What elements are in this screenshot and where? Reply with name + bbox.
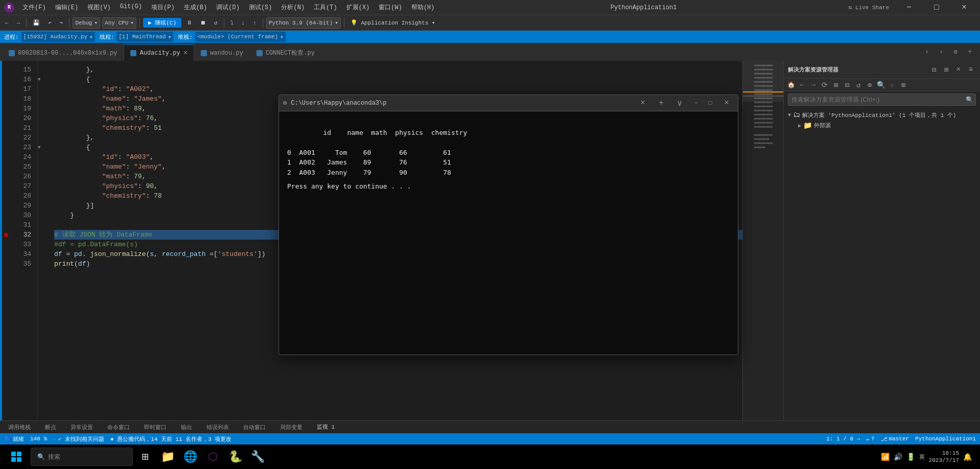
tab-breakpoints[interactable]: 断点: [41, 421, 60, 434]
terminal-close-btn[interactable]: ×: [636, 97, 650, 109]
tab-watch1[interactable]: 监视 1: [313, 421, 339, 434]
tab-settings[interactable]: ⚙: [949, 46, 962, 58]
ca-23[interactable]: ▼: [38, 143, 46, 152]
expand-icon[interactable]: ⊞: [831, 80, 841, 90]
tab-callstack[interactable]: 调用堆栈: [4, 421, 35, 434]
volume-icon[interactable]: 🔊: [894, 453, 902, 461]
menu-tools[interactable]: 工具(T): [310, 2, 341, 13]
terminal-add-btn[interactable]: +: [654, 97, 668, 109]
step-over[interactable]: ⤵: [227, 18, 237, 27]
tab-scroll-right[interactable]: ›: [935, 46, 947, 58]
back-icon[interactable]: ←: [797, 80, 807, 90]
rp-forward-icon[interactable]: →: [808, 80, 819, 90]
tab-0[interactable]: 00020813-00....046x0x1x9.py: [2, 44, 124, 61]
tab-autos[interactable]: 自动窗口: [239, 421, 270, 434]
collapse-all-icon[interactable]: ⊟: [842, 80, 852, 90]
menu-view[interactable]: 视图(V): [83, 2, 115, 13]
terminal-menu-btn[interactable]: ∨: [672, 97, 687, 109]
properties-icon[interactable]: ⊞: [898, 80, 908, 90]
sync-icon[interactable]: ⟳: [820, 80, 830, 90]
step-out[interactable]: ↑: [250, 19, 260, 27]
tab-label-connect: CONNECT检查.py: [266, 49, 315, 57]
py-icon-audacity: [130, 50, 136, 56]
status-zoom[interactable]: 140 %: [30, 436, 47, 442]
refresh-icon[interactable]: ↺: [853, 80, 864, 90]
tab-locals[interactable]: 局部变量: [276, 421, 307, 434]
panel-settings-icon[interactable]: ≡: [966, 64, 976, 75]
menu-edit[interactable]: 编辑(E): [51, 2, 83, 13]
debug-config-dropdown[interactable]: Debug▾: [73, 17, 100, 29]
stack-dropdown[interactable]: <module> (Current frame)▾: [195, 31, 286, 42]
home-icon[interactable]: 🏠: [786, 80, 796, 90]
toolbar-undo[interactable]: ↶: [45, 18, 55, 27]
toolbar-forward[interactable]: →: [14, 19, 24, 27]
tab-output[interactable]: 输出: [177, 421, 196, 434]
tree-label-external: 外部源: [814, 122, 831, 129]
menu-build[interactable]: 生成(B): [180, 2, 212, 13]
ca-16[interactable]: ▼: [38, 75, 46, 84]
menu-debug[interactable]: 调试(D): [212, 2, 244, 13]
taskbar-files[interactable]: ⊞: [135, 444, 155, 469]
run-continue-button[interactable]: ▶ 继续(C): [143, 18, 181, 28]
pin-icon[interactable]: ⊟: [929, 64, 939, 75]
new-vertical-tab[interactable]: +: [964, 46, 976, 58]
menu-extensions[interactable]: 扩展(X): [342, 2, 374, 13]
tab-command[interactable]: 命令窗口: [103, 421, 134, 434]
cpu-config-dropdown[interactable]: Any CPU▾: [102, 17, 136, 29]
step-into[interactable]: ↓: [239, 19, 248, 27]
tab-immediate[interactable]: 即时窗口: [140, 421, 171, 434]
new-item-icon[interactable]: ⊕: [865, 80, 875, 90]
minimize-button[interactable]: −: [897, 0, 921, 15]
tab-close-audacity[interactable]: ×: [183, 50, 188, 57]
python-version-dropdown[interactable]: Python 3.9 (64-bit)▾: [266, 17, 341, 29]
star-icon[interactable]: ☆: [887, 80, 897, 90]
process-dropdown[interactable]: [15932] Audacity.py▾: [21, 31, 96, 42]
live-share-btn[interactable]: ⇆ Live Share: [849, 4, 889, 11]
tab-audacity[interactable]: Audacity.py ×: [124, 44, 194, 61]
solution-search-input[interactable]: [788, 96, 963, 103]
collapse-icon[interactable]: ⊞: [941, 64, 951, 75]
menu-file[interactable]: 文件(F): [18, 2, 50, 13]
tree-external-sources[interactable]: ▶ 📁 外部源: [784, 120, 980, 131]
tab-exceptions[interactable]: 异常设置: [66, 421, 97, 434]
notifications-icon[interactable]: 🔔: [963, 453, 972, 461]
taskbar-vs[interactable]: ⬡: [202, 444, 223, 469]
menu-help[interactable]: 帮助(H): [407, 2, 439, 13]
menu-window[interactable]: 窗口(W): [375, 2, 406, 13]
start-button[interactable]: [4, 444, 29, 469]
app-insights-btn[interactable]: 💡 Application Insights ▾: [347, 18, 438, 27]
taskbar-app1[interactable]: 🔧: [247, 444, 268, 469]
maximize-button[interactable]: □: [925, 0, 948, 15]
toolbar-stop[interactable]: ⏹: [197, 18, 209, 27]
toolbar-restart[interactable]: ↺: [211, 18, 221, 27]
menu-test[interactable]: 测试(S): [245, 2, 276, 13]
battery-icon[interactable]: 🔋: [906, 453, 915, 461]
toolbar-back[interactable]: ←: [2, 19, 12, 27]
toolbar-pause[interactable]: ⏸: [183, 18, 195, 27]
network-icon[interactable]: 📶: [881, 453, 890, 461]
taskbar-python[interactable]: 🐍: [225, 444, 245, 469]
taskbar-search[interactable]: 🔍 搜索: [31, 448, 133, 466]
menu-git[interactable]: Git(G): [116, 2, 146, 13]
filter-icon[interactable]: 🔍: [876, 80, 886, 90]
thread-dropdown[interactable]: [1] MainThread▾: [116, 31, 174, 42]
close-button[interactable]: ×: [952, 0, 976, 15]
search-icon[interactable]: 🔍: [963, 93, 975, 106]
toolbar-save[interactable]: 💾: [30, 18, 43, 27]
terminal-close-x-btn[interactable]: ×: [719, 97, 734, 109]
taskbar-edge[interactable]: 🌐: [180, 444, 200, 469]
tab-connect[interactable]: CONNECT检查.py: [250, 44, 321, 61]
tab-errors[interactable]: 错误列表: [202, 421, 233, 434]
toolbar-redo[interactable]: ↷: [57, 18, 66, 27]
tab-wandou[interactable]: wandou.py: [194, 44, 250, 61]
menu-project[interactable]: 项目(P): [147, 2, 179, 13]
tab-scroll-left[interactable]: ‹: [921, 46, 933, 58]
terminal-maximize-btn[interactable]: □: [705, 98, 715, 108]
menu-analyze[interactable]: 分析(N): [277, 2, 309, 13]
tree-solution-root[interactable]: ▼ 🗂 解决方案 'PythonApplication1' (1 个项目，共 1…: [784, 110, 980, 120]
taskbar-explorer[interactable]: 📁: [157, 444, 178, 469]
terminal-minimize-btn[interactable]: −: [691, 98, 701, 108]
close-panel-icon[interactable]: ×: [953, 64, 964, 75]
status-git-branch[interactable]: ⎇ master: [881, 436, 909, 442]
ln-32: 32: [11, 230, 31, 240]
